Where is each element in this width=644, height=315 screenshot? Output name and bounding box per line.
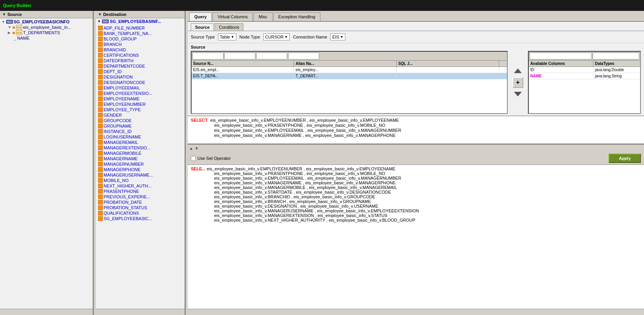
dest-item-prasent[interactable]: PRASENTPHONE	[97, 189, 184, 194]
divider-down-arrow[interactable]: ▼	[195, 146, 199, 150]
table-icon-tdept: ■	[12, 30, 15, 35]
join-cell-sql-2	[397, 73, 499, 79]
expand-icon-tdept[interactable]: ▶	[8, 31, 12, 35]
dest-field-icon	[98, 211, 103, 215]
dest-item-dob[interactable]: DATEOFBIRTH	[97, 58, 184, 63]
avail-search-type[interactable]	[593, 52, 639, 60]
down-arrow[interactable]	[514, 92, 522, 96]
avail-cell-name: NAME	[529, 73, 593, 79]
divider-up-arrow[interactable]: ▲	[189, 146, 193, 150]
dest-item-sg[interactable]: SG_EMPLOYEEBASIC...	[97, 216, 184, 221]
tab-misc[interactable]: Misc	[253, 12, 273, 21]
dest-item-cert[interactable]: CERTIFICATIONS	[97, 52, 184, 58]
source-tree[interactable]: ▼ SG SG_EMPLOYEEBASICINFO ▼ ■ eis eis_em…	[0, 18, 93, 309]
source-collapse-arrow[interactable]: ▼	[2, 12, 6, 16]
tab-query[interactable]: Query	[189, 12, 212, 21]
dest-item-mgrname[interactable]: MANAGERNAME	[97, 156, 184, 161]
dest-tree[interactable]: ADP_FILE_NUMBER BANK_TEMPLATE_NA... BLOO…	[96, 24, 185, 309]
dest-item-desigcode[interactable]: DESIGNATIONCODE	[97, 80, 184, 85]
conn-name-select[interactable]: EIS ▼	[330, 33, 345, 40]
dest-collapse-arrow[interactable]: ▼	[98, 12, 102, 16]
dest-item-grpname[interactable]: GROUPNAME	[97, 123, 184, 129]
down-arrow-container	[514, 92, 522, 96]
source-panel-label: Source	[7, 12, 22, 17]
dest-blood-label: BLOOD_GROUP	[104, 37, 137, 41]
dest-item-empext[interactable]: EMPLOYEEEXTENSIO...	[97, 91, 184, 96]
apply-button[interactable]: Apply	[609, 154, 641, 163]
dest-nexthigher-label: NEXT_HIGHER_AUTH...	[104, 184, 151, 188]
dest-emptype-label: EMPLOYEE_TYPE	[104, 107, 141, 112]
dest-expand-icon[interactable]: ▼	[97, 19, 101, 23]
dest-item-email[interactable]: EMPLOYEEEMAIL	[97, 85, 184, 91]
subtab-source[interactable]: Source	[191, 23, 214, 31]
dest-item-empname[interactable]: EMPLOYEENAME	[97, 96, 184, 102]
lower-sql-panel[interactable]: SELE... eis_employee_basic_info_v.EMPLOY…	[188, 165, 644, 309]
dest-item-emptype[interactable]: EMPLOYEE_TYPE	[97, 107, 184, 112]
source-type-select[interactable]: Table ▼	[218, 33, 236, 40]
dest-item-probstatus[interactable]: PROBATION_STATUS	[97, 205, 184, 210]
dest-item-mgrnum[interactable]: MANAGERNUMBER	[97, 161, 184, 167]
dest-item-mgremail[interactable]: MANAGEREMAIL	[97, 140, 184, 145]
dest-item-mgrext[interactable]: MANAGEREXTENSIO...	[97, 145, 184, 150]
dest-item-branchid[interactable]: BRANCHID	[97, 47, 184, 52]
dest-item-deptcode[interactable]: DEPARTMENTCODE	[97, 63, 184, 69]
sql-line-3: eis_employee_basic_info_v.EMPLOYEEEMAIL …	[191, 128, 401, 133]
dest-item-adp[interactable]: ADP_FILE_NUMBER	[97, 25, 184, 31]
dest-item-loginuser[interactable]: LOGINUSERNAME	[97, 134, 184, 140]
dest-item-mgruser[interactable]: MANAGERUSERNAME...	[97, 172, 184, 178]
avail-row-id[interactable]: ID java.lang.Double	[529, 67, 640, 73]
dest-item-mgrphone[interactable]: MANAGERPHONE	[97, 167, 184, 172]
tab-virtual-columns[interactable]: Virtual Columns	[213, 12, 253, 21]
dest-item-probdate[interactable]: PROBATION_DATE	[97, 200, 184, 205]
tree-root-node[interactable]: ▼ SG SG_EMPLOYEEBASICINFO	[1, 19, 92, 24]
expand-icon-eis[interactable]: ▼	[8, 25, 12, 29]
dest-hscroll[interactable]	[96, 309, 185, 315]
dest-item-grpcode[interactable]: GROUPCODE	[97, 118, 184, 123]
avail-row-name[interactable]: NAME java.lang.String	[529, 73, 640, 79]
dest-item-empnum[interactable]: EMPLOYEENUMBER	[97, 102, 184, 107]
dest-item-mobile[interactable]: MOBILE_NO	[97, 178, 184, 183]
dest-db-icon: SG	[102, 19, 109, 23]
expand-icon[interactable]: ▼	[2, 20, 5, 24]
dest-item-bank[interactable]: BANK_TEMPLATE_NA...	[97, 31, 184, 36]
dest-item-deptid[interactable]: DEPT_ID	[97, 69, 184, 74]
node-type-select[interactable]: CURSOR ▼	[263, 33, 290, 40]
lower-sql-text-9: eis_employee_basic_info_v.MANAGERUSERNAM…	[191, 208, 419, 213]
dest-item-branch[interactable]: BRANCH	[97, 42, 184, 47]
tab-exception-handling[interactable]: Exception Handling	[273, 12, 320, 21]
tree-table-eis[interactable]: ▼ ■ eis eis_employee_basic_in...	[1, 24, 92, 30]
dest-item-nexthigher[interactable]: NEXT_HIGHER_AUTH...	[97, 183, 184, 189]
dest-item-instid[interactable]: INSTANCE_ID	[97, 129, 184, 134]
tree-field-name[interactable]: ⎯ NAME	[1, 35, 92, 41]
lower-sql-text-10: eis_employee_basic_info_v.MANAGEREXTENSI…	[191, 213, 387, 218]
tree-table-tdept[interactable]: ▶ ■ eis T_DEPARTMENTS	[1, 30, 92, 35]
join-input-2[interactable]	[224, 52, 255, 60]
dest-item-designation[interactable]: DESIGNATION	[97, 74, 184, 80]
join-cell-source-1: EIS.eis_empl...	[192, 67, 294, 73]
join-input-4[interactable]	[288, 52, 319, 60]
dest-item-mgrmobile[interactable]: MANAGERMOBILE	[97, 150, 184, 156]
tdept-label: T_DEPARTMENTS	[23, 30, 60, 35]
dest-field-icon	[98, 58, 103, 63]
join-input-row	[192, 52, 507, 61]
join-row-2[interactable]: EIS.T_DEPA... T_DEPART...	[192, 73, 507, 79]
bottom-scrollbar[interactable]	[188, 309, 644, 315]
avail-search-name[interactable]	[530, 52, 592, 60]
add-table-btn[interactable]: +	[512, 77, 523, 88]
dest-field-icon	[98, 124, 103, 128]
sql-preview[interactable]: SELECT eis_employee_basic_info_v.EMPLOYE…	[188, 116, 644, 144]
join-row-1[interactable]: EIS.eis_empl... eis_employ...	[192, 67, 507, 73]
join-header-extra	[499, 61, 507, 66]
join-input-3[interactable]	[256, 52, 287, 60]
up-arrow[interactable]	[514, 68, 522, 73]
source-hscroll[interactable]	[0, 309, 93, 315]
subtab-conditions[interactable]: Conditions	[215, 23, 243, 31]
dest-item-gender[interactable]: GENDER	[97, 112, 184, 118]
panel-divider[interactable]: ▲ ▼	[188, 144, 644, 152]
dest-root-item[interactable]: ▼ SG SG_EMPLOYEEBASINF...	[96, 18, 185, 24]
use-set-operator-checkbox[interactable]	[191, 156, 196, 161]
dest-item-qualif[interactable]: QUALIFICATIONS	[97, 210, 184, 216]
dest-item-blood[interactable]: BLOOD_GROUP	[97, 36, 184, 42]
join-input-1[interactable]	[192, 52, 223, 60]
dest-item-prevexp[interactable]: PREVIOUS_EXPERIE...	[97, 194, 184, 200]
